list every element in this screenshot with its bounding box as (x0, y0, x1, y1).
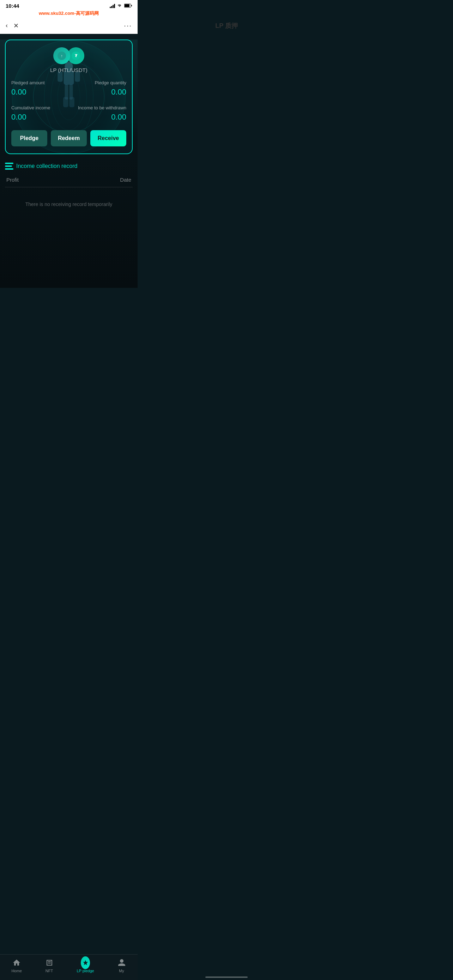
table-header: Profit Date (5, 177, 133, 187)
empty-state-message: There is no receiving record temporarily (5, 187, 133, 221)
wifi-icon (117, 3, 122, 8)
status-icons (110, 3, 132, 8)
pledged-amount-label: Pledged amount (11, 80, 69, 85)
cumulative-income-stat: Cumulative income 0.00 (11, 105, 69, 122)
close-button[interactable]: ✕ (13, 22, 19, 30)
income-section: Income collection record Profit Date The… (0, 160, 138, 221)
header-left-actions: ‹ ✕ (6, 22, 19, 30)
action-buttons: Pledge Redeem Receive (11, 130, 126, 146)
stats-grid: Pledged amount 0.00 Pledge quantity 0.00… (11, 80, 126, 122)
svg-rect-2 (131, 5, 132, 6)
redeem-button[interactable]: Redeem (51, 130, 87, 146)
income-withdraw-value: 0.00 (69, 113, 126, 122)
back-button[interactable]: ‹ (6, 22, 8, 29)
income-title: Income collection record (16, 163, 77, 169)
main-content: ↑ ₮ LP (HTL/USDT) Pledged amount 0.00 Pl… (0, 40, 138, 288)
income-header: Income collection record (5, 162, 133, 170)
status-bar: 10:44 (0, 0, 138, 10)
pledged-amount-stat: Pledged amount 0.00 (11, 80, 69, 97)
cumulative-income-label: Cumulative income (11, 105, 69, 110)
receive-button[interactable]: Receive (90, 130, 126, 146)
page-header: ‹ ✕ LP 质押 ··· (0, 17, 138, 34)
watermark: www.sku32.com-高可源码网 (0, 10, 138, 17)
more-button[interactable]: ··· (124, 22, 132, 30)
cumulative-income-value: 0.00 (11, 113, 69, 122)
profit-column-header: Profit (6, 177, 19, 183)
svg-text:₮: ₮ (75, 54, 78, 58)
lp-card: ↑ ₮ LP (HTL/USDT) Pledged amount 0.00 Pl… (5, 40, 133, 154)
battery-icon (124, 3, 132, 8)
pledge-quantity-stat: Pledge quantity 0.00 (69, 80, 126, 97)
date-column-header: Date (120, 177, 131, 183)
pledged-amount-value: 0.00 (11, 88, 69, 97)
token-icons: ↑ ₮ (11, 47, 126, 64)
pledge-button[interactable]: Pledge (11, 130, 47, 146)
svg-rect-1 (124, 4, 129, 7)
pledge-quantity-value: 0.00 (69, 88, 126, 97)
svg-text:↑: ↑ (61, 54, 63, 58)
pledge-quantity-label: Pledge quantity (69, 80, 126, 85)
signal-icon (110, 4, 115, 8)
token-htl-icon: ↑ (53, 47, 70, 64)
status-time: 10:44 (6, 3, 19, 9)
income-withdraw-stat: Income to be withdrawn 0.00 (69, 105, 126, 122)
lp-pair-title: LP (HTL/USDT) (11, 67, 126, 73)
income-list-icon (5, 162, 13, 170)
income-withdraw-label: Income to be withdrawn (69, 105, 126, 110)
